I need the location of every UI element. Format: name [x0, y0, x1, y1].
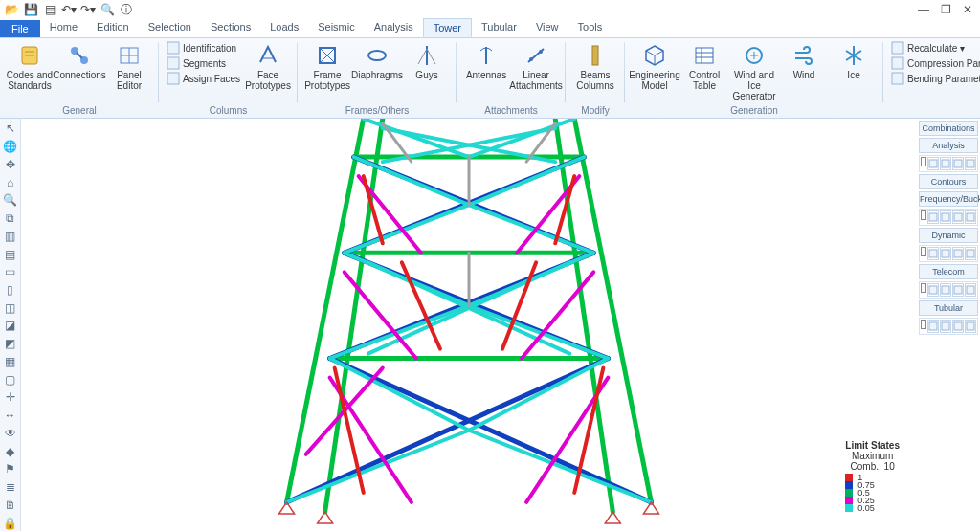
tab-seismic[interactable]: Seismic [308, 18, 365, 37]
panel-mode-button[interactable] [927, 247, 939, 260]
face-prototypes-button[interactable]: FacePrototypes [244, 40, 292, 93]
panel-mode-button[interactable] [927, 320, 939, 333]
panel-mode-button[interactable] [940, 157, 951, 170]
beams-columns-button[interactable]: BeamsColumns [571, 40, 619, 93]
layer-tool[interactable]: ≣ [2, 479, 19, 496]
wind-ice-generator-button[interactable]: Wind and IceGenerator [730, 40, 778, 103]
eye-tool[interactable]: 👁 [2, 425, 19, 441]
tab-selection[interactable]: Selection [139, 18, 201, 37]
panel-mode-button[interactable] [965, 247, 976, 260]
antennas-button[interactable]: Antennas [462, 40, 510, 82]
tab-analysis[interactable]: Analysis [365, 18, 423, 37]
box4-tool[interactable]: ◪ [2, 318, 19, 334]
panel-combinations[interactable]: Combinations [919, 121, 978, 136]
page-tool[interactable]: 🗎 [2, 497, 19, 513]
codes-button[interactable]: Codes andStandards [6, 40, 54, 93]
recalculate-button[interactable]: Recalculate ▾ [889, 40, 980, 55]
move-tool[interactable]: ✥ [2, 156, 19, 172]
box3-tool[interactable]: ◫ [2, 299, 19, 316]
box5-tool[interactable]: ◩ [2, 336, 19, 352]
tab-tools[interactable]: Tools [568, 18, 612, 37]
deselect-tool[interactable]: ▢ [2, 371, 19, 387]
panel-frequency-buck-[interactable]: Frequency/Buck. [919, 191, 978, 207]
panel-mode-button[interactable] [965, 283, 976, 297]
panel-analysis[interactable]: Analysis [919, 138, 978, 153]
tab-home[interactable]: Home [40, 18, 87, 37]
clipfar-tool[interactable]: ▤ [2, 246, 19, 262]
panel-mode-button[interactable] [952, 247, 964, 260]
tab-edition[interactable]: Edition [87, 18, 139, 37]
panel-mode-button[interactable] [952, 210, 964, 224]
legend-swatch [845, 504, 853, 512]
preview-icon[interactable]: ▤ [42, 2, 57, 17]
panel-checkbox[interactable] [921, 247, 926, 256]
tab-loads[interactable]: Loads [260, 18, 308, 37]
tab-tubular[interactable]: Tubular [472, 18, 526, 37]
panel-checkbox[interactable] [921, 320, 926, 329]
minimize-button[interactable]: — [918, 3, 929, 16]
panel-mode-button[interactable] [965, 157, 976, 170]
zoomwin-tool[interactable]: ⧉ [2, 210, 19, 227]
undo-icon[interactable]: ↶▾ [61, 2, 77, 17]
tab-view[interactable]: View [526, 18, 568, 37]
linear-attachments-button[interactable]: LinearAttachments [512, 40, 560, 93]
panel-mode-button[interactable] [927, 283, 939, 297]
panel-mode-button[interactable] [927, 210, 939, 224]
close-button[interactable]: ✕ [963, 3, 972, 16]
panel-contours[interactable]: Contours [919, 174, 978, 189]
maximize-button[interactable]: ❐ [941, 3, 951, 16]
home-tool[interactable]: ⌂ [2, 174, 19, 190]
engineering-model-button[interactable]: EngineeringModel [631, 40, 679, 93]
crosshair-tool[interactable]: ✛ [2, 389, 19, 406]
guys-button[interactable]: Guys [403, 40, 451, 82]
zoom-tool[interactable]: 🔍 [2, 192, 19, 209]
selall-tool[interactable]: ▦ [2, 354, 19, 370]
panel-mode-button[interactable] [940, 247, 951, 260]
globe-tool[interactable]: 🌐 [2, 139, 19, 155]
diaphragms-button[interactable]: Diaphragms [353, 40, 401, 82]
panel-tubular[interactable]: Tubular [919, 300, 978, 316]
bending-button[interactable]: Bending Parameters [889, 71, 980, 86]
panel-editor-button[interactable]: PanelEditor [105, 40, 153, 93]
panel-checkbox[interactable] [921, 283, 926, 293]
find-icon[interactable]: 🔍 [100, 2, 115, 17]
panel-dynamic[interactable]: Dynamic [919, 228, 978, 243]
identification-button[interactable]: Identification [165, 40, 242, 55]
wind-button[interactable]: Wind [780, 40, 828, 82]
segments-button[interactable]: Segments [165, 55, 242, 71]
lock-tool[interactable]: 🔒 [2, 515, 19, 531]
clipnear-tool[interactable]: ▥ [2, 228, 19, 244]
panel-mode-button[interactable] [965, 320, 976, 333]
help-icon[interactable]: ⓘ [119, 2, 134, 17]
tab-sections[interactable]: Sections [201, 18, 260, 37]
frame-prototypes-button[interactable]: FramePrototypes [303, 40, 351, 93]
tab-tower[interactable]: Tower [423, 18, 472, 37]
panel-mode-button[interactable] [965, 210, 976, 224]
control-table-button[interactable]: ControlTable [680, 40, 728, 93]
compression-button[interactable]: Compression Parameters [889, 55, 980, 71]
box2-tool[interactable]: ▯ [2, 282, 19, 299]
panel-mode-button[interactable] [940, 283, 951, 297]
panel-checkbox[interactable] [921, 157, 926, 166]
panel-mode-button[interactable] [952, 283, 964, 297]
ice-button[interactable]: Ice [830, 40, 878, 82]
file-tab[interactable]: File [0, 20, 40, 37]
connections-button[interactable]: Connections [56, 40, 103, 82]
flag-tool[interactable]: ⚑ [2, 461, 19, 477]
panel-checkbox[interactable] [921, 210, 926, 220]
open-icon[interactable]: 📂 [4, 2, 19, 17]
panel-mode-button[interactable] [952, 157, 964, 170]
box1-tool[interactable]: ▭ [2, 264, 19, 280]
panel-mode-button[interactable] [927, 157, 939, 170]
panel-mode-button[interactable] [952, 320, 964, 333]
panel-mode-button[interactable] [940, 320, 951, 333]
drag-tool[interactable]: ↔ [2, 408, 19, 424]
panel-mode-button[interactable] [940, 210, 951, 224]
panel-telecom[interactable]: Telecom [919, 264, 978, 279]
model-viewport[interactable]: .g{stroke:#00c040;stroke-width:5;} .b{st… [21, 119, 917, 531]
save-icon[interactable]: 💾 [23, 2, 38, 17]
assign-faces-button[interactable]: Assign Faces [165, 71, 242, 86]
marker-tool[interactable]: ◆ [2, 443, 19, 459]
pointer-tool[interactable]: ↖ [2, 121, 19, 137]
redo-icon[interactable]: ↷▾ [80, 2, 96, 17]
